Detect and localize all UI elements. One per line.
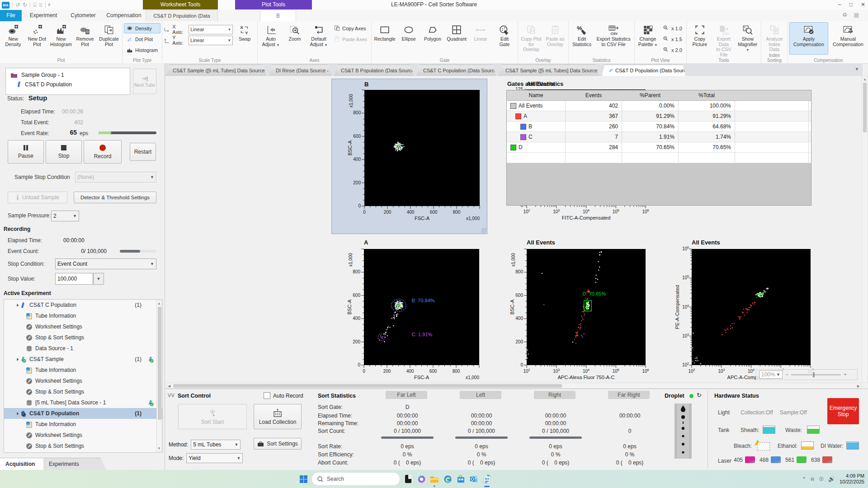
record-button[interactable]: Record: [84, 140, 122, 164]
copy-picture-button[interactable]: CopyPicture: [688, 22, 712, 55]
auto-adjust-button[interactable]: AutoAdjust ▼: [259, 22, 283, 55]
close-button[interactable]: ✕: [861, 0, 865, 9]
duplicate-plot-button[interactable]: DuplicatePlot: [97, 22, 121, 55]
droplet-restart-icon[interactable]: ↻: [697, 392, 702, 399]
unload-tube-icon[interactable]: ⍔: [39, 1, 42, 9]
minimize-button[interactable]: –: [838, 0, 841, 9]
zoom-out-button[interactable]: −: [785, 371, 788, 378]
y-axis-scale-dropdown[interactable]: Linear▼: [189, 36, 233, 45]
x-2.0-button[interactable]: x 2.0: [660, 45, 685, 55]
restart-button[interactable]: Restart: [130, 143, 156, 161]
tree-item-stop-sort-settings[interactable]: Stop & Sort Settings: [4, 386, 162, 397]
method-dropdown[interactable]: 5 mL Tubes▼: [191, 440, 241, 450]
taskbar-app-window-icon[interactable]: [403, 470, 413, 488]
stop-condition-dropdown[interactable]: Event Count▼: [55, 258, 156, 269]
worksheet-vertical-scrollbar[interactable]: ▲: [862, 76, 868, 383]
gates-table-row-d[interactable]: D28470.65%70.65%: [507, 142, 811, 153]
tree-item-worksheet-settings[interactable]: Worksheet Settings: [4, 430, 162, 441]
tab-worksheet-context[interactable]: CS&T D Population (Data Source - 1): [146, 10, 218, 21]
plot-all-events[interactable]: All Events102103104105106APC-A-Compensat…: [673, 237, 816, 381]
pause-button[interactable]: Pause: [8, 140, 44, 164]
zoom-slider[interactable]: [791, 374, 841, 375]
export-data-to-csv-file-button[interactable]: CSVExport Datato CSV File: [712, 22, 736, 58]
x-1.0-button[interactable]: x 1.0: [660, 23, 685, 33]
paste-as-overlay-button[interactable]: Paste asOverlay: [543, 22, 567, 55]
dot-plot-button[interactable]: Dot Plot: [124, 34, 160, 44]
tab-compensation[interactable]: Compensation: [103, 10, 145, 21]
tree-item-cs-t-c-population[interactable]: CS&T C Population(1): [4, 300, 162, 310]
plot-resize-grip[interactable]: [481, 228, 486, 233]
plot-a[interactable]: A0200400600800x1,000FSC-A0200400600800x1…: [331, 237, 487, 381]
tree-item-worksheet-settings[interactable]: Worksheet Settings: [4, 375, 162, 386]
plot-b[interactable]: B0200400600800x1,000FSC-A0200400600800x1…: [331, 79, 487, 234]
tab-cytometer[interactable]: Cytometer: [66, 10, 100, 21]
notebook-icon[interactable]: ▤: [854, 12, 859, 18]
worksheet-tab-5[interactable]: CS&T D Population (Data Source - 1): [602, 65, 686, 76]
gates-table-row-a[interactable]: A36791.29%91.29%: [507, 111, 811, 122]
worksheet-tab-3[interactable]: CS&T C Population (Data Source - 1): [416, 65, 496, 76]
tree-item-data-source-1[interactable]: Data Source - 1: [4, 343, 162, 354]
show-magnifier-button[interactable]: ShowMagnifier ▼: [736, 22, 760, 55]
tree-expander-icon[interactable]: [15, 303, 19, 306]
gates-statistics-table[interactable]: NameEvents%Parent%TotalAll Events4020.00…: [506, 90, 811, 206]
tree-item-stop-sort-settings[interactable]: Stop & Sort Settings: [4, 332, 162, 343]
copy-plot-for-overlay-button[interactable]: Copy Plotfor Overlay: [519, 22, 543, 55]
worksheet-tab-0[interactable]: CS&T Sample ([5 mL Tubes] Data Source - …: [166, 65, 266, 76]
tree-item-stop-sort-settings[interactable]: Stop & Sort Settings: [4, 441, 162, 451]
rectangle-button[interactable]: Rectangle: [373, 22, 396, 55]
default-adjust-button[interactable]: DefaultAdjust ▼: [307, 22, 330, 55]
taskbar-outlook-icon[interactable]: [469, 470, 479, 488]
gates-table-row-all-events[interactable]: All Events4020.00%100.00%: [507, 101, 811, 111]
taskbar-edge-icon[interactable]: [443, 470, 453, 488]
worksheet-tab-1[interactable]: DI Rinse (Data Source - 1): [269, 65, 331, 76]
tree-item-cs-t-sample[interactable]: CS&T Sample(1): [4, 354, 162, 365]
zoom-value-box[interactable]: 100%▼: [759, 371, 783, 379]
redo-icon[interactable]: ↻: [23, 1, 27, 9]
edit-gate-button[interactable]: EditGate: [493, 22, 516, 55]
stop-value-dropdown-button[interactable]: ▼: [93, 273, 104, 285]
zoom-in-button[interactable]: +: [844, 371, 847, 378]
auto-record-checkbox[interactable]: [264, 392, 270, 399]
taskbar-clock[interactable]: 4:09 PM 10/22/2025: [840, 473, 864, 485]
density-button[interactable]: Density: [124, 23, 160, 33]
x-1.5-button[interactable]: x 1.5: [660, 34, 685, 44]
sort-settings-button[interactable]: Sort Settings: [254, 438, 302, 450]
tree-item-tube-information[interactable]: iTube Information: [4, 310, 162, 321]
next-tube-button[interactable]: Next Tube: [133, 69, 156, 94]
emergency-stop-button[interactable]: Emergency Stop: [827, 398, 859, 424]
sample-stop-condition-dropdown[interactable]: (None)▼: [75, 172, 156, 183]
taskbar-copilot-icon[interactable]: [416, 470, 426, 488]
quadrant-button[interactable]: Quadrant: [445, 22, 468, 55]
collapse-sort-panel-icon[interactable]: ⋁⋁: [168, 393, 175, 397]
histogram-button[interactable]: Histogram: [124, 45, 160, 55]
tab-plot-context-b[interactable]: B: [260, 10, 296, 21]
sort-start-button[interactable]: Sort Start: [178, 404, 247, 429]
swap-axes-button[interactable]: XYSwap: [233, 22, 256, 55]
gates-table-row-c[interactable]: C71.91%1.74%: [507, 132, 811, 142]
x-axis-scale-dropdown[interactable]: Linear▼: [189, 25, 233, 34]
load-collection-button[interactable]: Load Collection: [254, 404, 302, 429]
tree-item-tube-information[interactable]: iTube Information: [4, 419, 162, 430]
tree-expander-icon[interactable]: [15, 412, 19, 415]
gates-table-row-b[interactable]: B26070.84%64.68%: [507, 122, 811, 132]
tab-experiments[interactable]: Experiments: [43, 458, 107, 470]
maximize-button[interactable]: □: [849, 0, 853, 9]
tree-item--5-ml-tubes-data-source-1[interactable]: [5 mL Tubes] Data Source - 1: [4, 397, 162, 408]
tree-expander-icon[interactable]: [15, 357, 19, 361]
apply-compensation-button[interactable]: ApplyCompensation: [789, 22, 828, 55]
mode-dropdown[interactable]: Yield▼: [186, 453, 243, 463]
plot-all-events[interactable]: All Events102103104105106APC-Alexa Fluor…: [508, 237, 651, 381]
zoom-button[interactable]: Zoom: [283, 22, 307, 55]
taskbar-search-input[interactable]: Search: [311, 472, 400, 486]
new-density-button[interactable]: NewDensity: [1, 22, 25, 55]
volume-icon[interactable]: 🔊: [828, 476, 835, 482]
customize-toolbar-icon[interactable]: ▾̅: [48, 1, 51, 9]
taskbar-file-explorer-icon[interactable]: [429, 470, 439, 488]
edit-statistics-button[interactable]: %EditStatistics: [570, 22, 594, 55]
remove-plot-button[interactable]: RemovePlot: [73, 22, 97, 55]
worksheet-tab-2[interactable]: CS&T B Population (Data Source - 1): [334, 65, 414, 76]
taskbar-ma900-icon[interactable]: MA: [482, 470, 492, 488]
tab-overflow-icon[interactable]: ▼: [855, 67, 859, 71]
taskbar-store-icon[interactable]: [456, 470, 466, 488]
change-palette-button[interactable]: ChangePalette ▼: [636, 22, 660, 55]
